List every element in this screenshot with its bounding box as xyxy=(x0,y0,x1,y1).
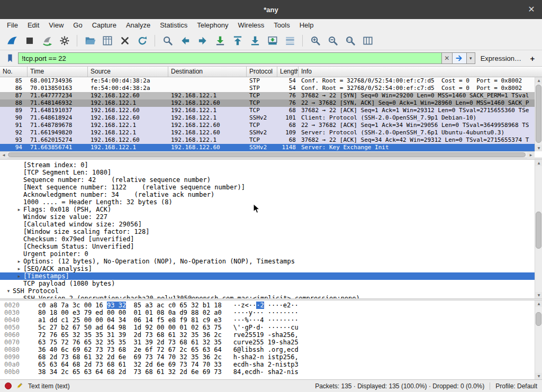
scroll-up-icon[interactable]: ▲ xyxy=(535,300,542,307)
detail-line[interactable]: [Next sequence number: 1122 (relative se… xyxy=(0,184,542,191)
hex-bytes[interactable]: c0 a8 7a 3c 00 16 93 32 85 a3 ac c0 65 3… xyxy=(38,302,222,309)
restart-capture-icon[interactable] xyxy=(39,33,55,48)
hex-row-0040[interactable]: 0040a1 dd c1 25 00 00 04 34 06 14 f5 e8 … xyxy=(0,316,542,324)
hex-bytes[interactable]: 80 18 00 e3 79 ed 00 00 01 01 08 0a d9 8… xyxy=(38,309,222,316)
detail-line[interactable]: ▾SSH Protocol xyxy=(0,287,542,295)
zoom-in-icon[interactable] xyxy=(308,33,323,48)
stop-capture-icon[interactable] xyxy=(22,33,37,48)
detail-line[interactable]: ▸[SEQ/ACK analysis] xyxy=(0,265,542,272)
reload-file-icon[interactable] xyxy=(134,33,150,48)
menu-wireless[interactable]: Wireless xyxy=(233,20,269,31)
scroll-up-icon[interactable]: ▲ xyxy=(535,160,542,166)
go-back-icon[interactable] xyxy=(177,33,193,48)
packet-list-vertical-scrollbar[interactable]: ▲ ▼ xyxy=(535,77,542,151)
packet-row-87[interactable]: 8771.647777234192.168.122.60192.168.122.… xyxy=(0,92,535,99)
go-to-packet-icon[interactable] xyxy=(212,33,228,48)
go-forward-icon[interactable] xyxy=(195,33,210,48)
hex-row-0090[interactable]: 009068 2d 73 68 61 32 2d 6e 69 73 74 70 … xyxy=(0,353,542,361)
display-filter-input[interactable]: !tcp.port == 22 xyxy=(18,52,442,64)
expander-icon[interactable]: ▸ xyxy=(15,272,23,280)
close-file-icon[interactable] xyxy=(117,33,132,48)
filter-add-button[interactable]: + xyxy=(527,54,538,63)
packet-row-85[interactable]: 8568.001734936fe:54:00:d4:38:2aSTP54Conf… xyxy=(0,77,535,85)
detail-line[interactable]: Window size value: 227 xyxy=(0,213,542,221)
hex-vertical-scrollbar[interactable]: ▲ ▼ xyxy=(535,300,542,379)
start-capture-icon[interactable] xyxy=(4,33,20,48)
menu-analyze[interactable]: Analyze xyxy=(121,20,155,31)
hex-ascii[interactable]: ···%···4 ········ xyxy=(233,316,299,324)
menu-edit[interactable]: Edit xyxy=(23,20,44,31)
detail-line[interactable]: Checksum: 0x79ed [unverified] xyxy=(0,235,542,243)
open-file-icon[interactable] xyxy=(82,33,97,48)
titlebar[interactable]: *any ✕ xyxy=(0,0,542,19)
hex-ascii[interactable]: ecdh-sha 2-nistp3 xyxy=(233,361,299,368)
menu-statistics[interactable]: Statistics xyxy=(155,20,192,31)
hex-row-00a0[interactable]: 00a065 63 64 68 2d 73 68 61 32 2d 6e 69 … xyxy=(0,361,542,368)
scroll-up-icon[interactable]: ▲ xyxy=(535,77,542,84)
hex-bytes[interactable]: 72 76 65 32 35 35 31 39 2d 73 68 61 32 3… xyxy=(38,331,222,339)
hex-row-0070[interactable]: 007063 75 72 76 65 32 35 35 31 39 2d 73 … xyxy=(0,339,542,346)
detail-line[interactable]: Sequence number: 42 (relative sequence n… xyxy=(0,176,542,184)
packet-row-90[interactable]: 9071.648618924192.168.122.60192.168.122.… xyxy=(0,114,535,122)
packet-row-88[interactable]: 8871.648146932192.168.122.1192.168.122.6… xyxy=(0,99,535,107)
expression-button[interactable]: Expression… xyxy=(475,54,527,62)
hex-ascii[interactable]: \'·gP·d· ······cu xyxy=(233,324,299,331)
hex-row-0050[interactable]: 00505c 27 b2 67 50 ad 64 98 1d 92 00 00 … xyxy=(0,324,542,331)
filter-dropdown-icon[interactable]: ▾ xyxy=(467,52,475,64)
hex-ascii[interactable]: ····y··· ········ xyxy=(233,309,299,316)
details-vertical-scrollbar[interactable]: ▲ ▼ xyxy=(535,160,542,298)
filter-clear-icon[interactable]: ✕ xyxy=(442,52,453,64)
detail-line[interactable]: [Stream index: 0] xyxy=(0,161,542,169)
packet-list-horizontal-scrollbar[interactable]: ◀ ▶ xyxy=(0,151,535,158)
column-header-no[interactable]: No. xyxy=(0,67,28,77)
expander-icon[interactable]: ▸ xyxy=(15,265,23,272)
capture-comment-icon[interactable] xyxy=(15,382,23,390)
detail-line[interactable]: ▸Flags: 0x018 (PSH, ACK) xyxy=(0,206,542,213)
find-packet-icon[interactable] xyxy=(160,33,175,48)
column-header-destination[interactable]: Destination xyxy=(168,67,247,77)
zoom-reset-icon[interactable]: 1:1 xyxy=(342,33,358,48)
packet-row-89[interactable]: 8971.648191037192.168.122.60192.168.122.… xyxy=(0,107,535,114)
detail-line[interactable]: [Checksum Status: Unverified] xyxy=(0,243,542,250)
expert-info-icon[interactable] xyxy=(5,382,12,389)
scrollbar-thumb[interactable] xyxy=(536,212,541,249)
column-header-protocol[interactable]: Protocol xyxy=(247,67,277,77)
detail-line[interactable]: 1000 .... = Header Length: 32 bytes (8) xyxy=(0,198,542,206)
detail-line[interactable]: ▸[Timestamps] xyxy=(0,272,542,280)
scroll-down-icon[interactable]: ▼ xyxy=(535,373,542,379)
hex-row-0030[interactable]: 003080 18 00 e3 79 ed 00 00 01 01 08 0a … xyxy=(0,309,542,316)
packet-row-86[interactable]: 8670.013850163fe:54:00:d4:38:2aSTP54Conf… xyxy=(0,85,535,92)
detail-line[interactable]: [TCP Segment Len: 1080] xyxy=(0,169,542,176)
detail-line[interactable]: [Calculated window size: 29056] xyxy=(0,221,542,228)
detail-line[interactable]: Urgent pointer: 0 xyxy=(0,250,542,258)
hex-ascii[interactable]: 84,ecdh- sha2-nis xyxy=(233,368,299,376)
hex-ascii[interactable]: rve25519 -sha256, xyxy=(233,331,299,339)
profile-label[interactable]: Profile: Default xyxy=(495,382,537,390)
column-header-source[interactable]: Source xyxy=(88,67,168,77)
colorize-icon[interactable] xyxy=(282,33,297,48)
filter-bookmark-icon[interactable] xyxy=(4,52,16,64)
detail-line[interactable]: SSH Version 2 (encryption:chacha20-poly1… xyxy=(0,295,542,298)
packet-row-94[interactable]: 9471.663856741192.168.122.1192.168.122.6… xyxy=(0,144,535,151)
hex-row-0020[interactable]: 0020c0 a8 7a 3c 00 16 93 32 85 a3 ac c0 … xyxy=(0,302,542,309)
detail-line[interactable]: ▸Options: (12 bytes), No-Operation (NOP)… xyxy=(0,258,542,265)
hex-bytes[interactable]: 65 63 64 68 2d 73 68 61 32 2d 6e 69 73 7… xyxy=(38,361,222,368)
scroll-down-icon[interactable]: ▼ xyxy=(535,292,542,298)
scroll-right-icon[interactable]: ▶ xyxy=(527,152,535,158)
go-first-icon[interactable] xyxy=(230,33,245,48)
scrollbar-thumb[interactable] xyxy=(8,152,526,157)
menu-go[interactable]: Go xyxy=(68,20,87,31)
packet-row-93[interactable]: 9371.662015274192.168.122.60192.168.122.… xyxy=(0,136,535,144)
scrollbar-thumb[interactable] xyxy=(536,85,541,143)
packet-row-91[interactable]: 9171.648789678192.168.122.1192.168.122.6… xyxy=(0,122,535,129)
filter-apply-icon[interactable] xyxy=(453,52,467,64)
scrollbar-thumb[interactable] xyxy=(536,312,541,326)
capture-options-icon[interactable] xyxy=(57,33,72,48)
menu-capture[interactable]: Capture xyxy=(87,20,121,31)
packet-row-92[interactable]: 9271.661949820192.168.122.1192.168.122.6… xyxy=(0,129,535,136)
detail-line[interactable]: Acknowledgment number: 34 (relative ack … xyxy=(0,191,542,198)
hex-bytes[interactable]: 36 40 6c 69 62 73 73 68 2e 6f 72 67 2c 6… xyxy=(38,346,222,353)
hex-bytes[interactable]: a1 dd c1 25 00 00 04 34 06 14 f5 e8 f9 8… xyxy=(38,316,222,324)
menu-help[interactable]: Help xyxy=(295,20,319,31)
expander-icon[interactable]: ▸ xyxy=(15,206,23,213)
